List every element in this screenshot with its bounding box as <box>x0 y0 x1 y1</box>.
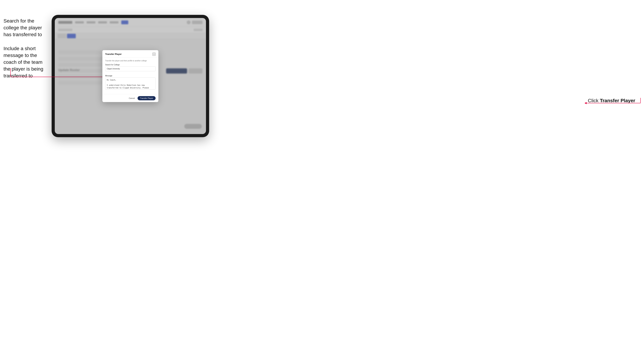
modal-close-button[interactable]: × <box>152 53 156 56</box>
modal-title: Transfer Player <box>105 53 122 55</box>
annotation-click-text: Click <box>588 98 600 103</box>
modal-overlay: Transfer Player × Transfer the player an… <box>55 18 206 134</box>
annotation-right: Click Transfer Player <box>588 98 635 103</box>
modal-footer: Cancel Transfer Player <box>102 94 158 102</box>
annotation-transfer-bold: Transfer Player <box>600 98 635 103</box>
tablet-device: Update Roster Transf <box>52 15 209 137</box>
transfer-player-modal: Transfer Player × Transfer the player an… <box>102 50 158 102</box>
tablet-screen: Update Roster Transf <box>55 18 206 134</box>
modal-body: Transfer the player and their profile to… <box>102 58 158 94</box>
annotation-left: Search for the college the player has tr… <box>4 17 49 86</box>
modal-header: Transfer Player × <box>102 50 158 58</box>
annotation-message-text: Include a short message to the coach of … <box>4 45 49 79</box>
message-group: Message Hi Coach, I understand Chris Rob… <box>105 75 156 90</box>
search-college-group: Search for College <box>105 64 156 73</box>
cancel-button[interactable]: Cancel <box>128 96 136 100</box>
message-textarea[interactable]: Hi Coach, I understand Chris Robertson h… <box>105 77 156 90</box>
transfer-player-button[interactable]: Transfer Player <box>138 96 156 100</box>
svg-marker-5 <box>584 102 586 104</box>
message-label: Message <box>105 75 156 77</box>
modal-description: Transfer the player and their profile to… <box>105 60 156 62</box>
annotation-search-text: Search for the college the player has tr… <box>4 17 49 38</box>
search-college-input[interactable] <box>105 66 156 71</box>
search-college-label: Search for College <box>105 64 156 66</box>
